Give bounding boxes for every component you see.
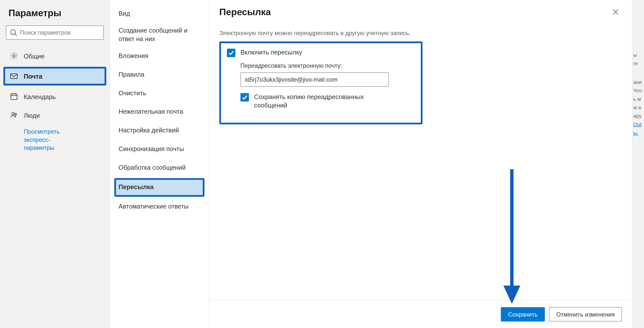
subnav-item-rules[interactable]: Правила <box>110 65 209 84</box>
search-input-container[interactable] <box>6 25 104 40</box>
people-icon <box>10 111 18 119</box>
svg-point-9 <box>15 113 16 115</box>
sidebar-item-label: Общие <box>24 52 44 59</box>
close-button[interactable] <box>609 6 622 19</box>
svg-rect-4 <box>11 94 17 99</box>
enable-forwarding-checkbox[interactable] <box>227 49 235 57</box>
keep-copy-checkbox[interactable] <box>240 93 249 101</box>
page-title: Пересылка <box>220 7 271 18</box>
enable-forwarding-label: Включить пересылку <box>240 48 302 57</box>
sidebar-item-label: Почта <box>24 73 42 80</box>
svg-point-0 <box>11 30 16 34</box>
sidebar-item-people[interactable]: Люди <box>0 106 110 124</box>
subnav-item-handling[interactable]: Обработка сообщений <box>110 159 209 177</box>
check-icon <box>228 50 234 56</box>
check-icon <box>242 94 248 100</box>
subnav-item-autoreply[interactable]: Автоматические ответы <box>110 197 209 216</box>
quick-settings-link[interactable]: Просмотреть экспресс-параметры <box>0 124 76 152</box>
subnav-item-customize-actions[interactable]: Настройка действий <box>110 121 209 140</box>
sidebar-item-label: Календарь <box>24 93 56 100</box>
discard-button[interactable]: Отменить изменения <box>549 307 622 322</box>
sidebar-item-label: Люди <box>24 111 40 119</box>
subnav-item-layout[interactable]: Вид <box>110 4 209 23</box>
svg-point-2 <box>13 55 15 57</box>
subnav-item-forwarding[interactable]: Пересылка <box>114 178 204 197</box>
subnav-item-compose[interactable]: Создание сообщений и ответ на них <box>110 23 209 47</box>
keep-copy-label: Сохранять копию переадресованных сообщен… <box>254 93 381 110</box>
search-icon <box>10 29 18 36</box>
sidebar-item-general[interactable]: Общие <box>0 46 110 65</box>
background-cropped-content: ы ге ани Что ь м м я иру Out ы. <box>632 0 644 328</box>
calendar-icon <box>10 93 18 100</box>
forward-to-label: Переадресовать электронную почту: <box>240 62 415 69</box>
mail-icon <box>10 72 18 80</box>
subnav-item-sweep[interactable]: Очистить <box>110 84 209 102</box>
subnav-item-sync[interactable]: Синхронизация почты <box>110 140 209 159</box>
svg-rect-3 <box>11 74 18 78</box>
settings-main-panel: Пересылка Электронную почту можно переад… <box>209 0 632 328</box>
settings-title: Параметры <box>0 6 110 25</box>
settings-left-sidebar: Параметры Общие Почта <box>0 0 110 328</box>
forwarding-description: Электронную почту можно переадресовать в… <box>220 30 622 36</box>
forwarding-highlight-box: Включить пересылку Переадресовать электр… <box>220 41 422 124</box>
svg-line-1 <box>15 34 17 36</box>
forward-to-input[interactable] <box>240 72 389 87</box>
gear-icon <box>10 52 18 60</box>
subnav-item-junk[interactable]: Нежелательная почта <box>110 102 209 121</box>
svg-point-8 <box>12 112 14 115</box>
save-button[interactable]: Сохранить <box>501 307 545 322</box>
sidebar-item-calendar[interactable]: Календарь <box>0 87 110 106</box>
subnav-item-attachments[interactable]: Вложения <box>110 47 209 65</box>
sidebar-item-mail[interactable]: Почта <box>4 67 106 86</box>
settings-subnav: Вид Создание сообщений и ответ на них Вл… <box>110 0 209 328</box>
close-icon <box>612 8 618 17</box>
search-input[interactable] <box>20 29 100 36</box>
